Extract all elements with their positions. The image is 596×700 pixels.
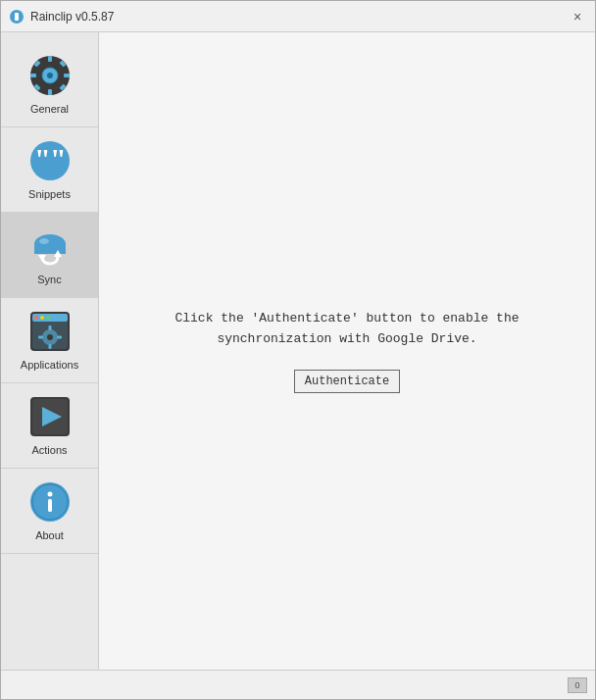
snippets-icon: " " (28, 139, 72, 182)
sidebar-item-snippets[interactable]: " " Snippets (1, 127, 98, 213)
sidebar-item-general-label: General (30, 103, 69, 115)
sync-icon (28, 225, 72, 268)
close-button[interactable]: × (568, 7, 587, 26)
bottom-bar: 0 (1, 670, 595, 699)
sidebar-item-general[interactable]: General (1, 42, 98, 127)
actions-icon (28, 395, 72, 438)
sync-description: Click the 'Authenticate' button to enabl… (171, 309, 523, 350)
sidebar: General " " Snippets (1, 32, 99, 670)
svg-rect-5 (48, 56, 52, 62)
window-title: Rainclip v0.5.87 (30, 10, 114, 24)
svg-text:": " (50, 142, 67, 175)
svg-rect-1 (15, 13, 19, 21)
svg-rect-34 (57, 336, 62, 339)
svg-rect-41 (48, 499, 52, 512)
svg-point-30 (47, 334, 53, 340)
sidebar-item-about[interactable]: About (1, 469, 98, 554)
sidebar-item-sync-label: Sync (37, 274, 61, 285)
svg-rect-7 (30, 74, 36, 77)
sidebar-item-applications-label: Applications (21, 359, 78, 371)
svg-rect-19 (34, 246, 66, 254)
sidebar-item-actions[interactable]: Actions (1, 383, 98, 469)
svg-point-28 (46, 316, 50, 320)
gear-icon (28, 54, 72, 97)
sidebar-item-sync[interactable]: Sync (1, 213, 98, 298)
title-bar: Rainclip v0.5.87 × (1, 1, 595, 32)
svg-point-26 (34, 316, 38, 320)
svg-point-40 (47, 492, 52, 497)
content-area: General " " Snippets (1, 32, 595, 670)
bottom-indicator: 0 (568, 677, 587, 693)
svg-rect-6 (48, 89, 52, 95)
svg-point-27 (40, 316, 44, 320)
authenticate-button[interactable]: Authenticate (294, 370, 400, 393)
svg-rect-32 (48, 344, 51, 349)
sidebar-item-actions-label: Actions (31, 444, 67, 456)
svg-rect-8 (64, 74, 70, 77)
applications-icon (28, 310, 72, 353)
main-panel: Click the 'Authenticate' button to enabl… (99, 32, 595, 670)
app-window: Rainclip v0.5.87 × (0, 0, 596, 700)
svg-rect-33 (38, 336, 43, 339)
svg-point-22 (39, 238, 49, 244)
sidebar-item-applications[interactable]: Applications (1, 298, 98, 383)
svg-rect-31 (48, 325, 51, 330)
app-icon (9, 9, 25, 25)
sidebar-item-snippets-label: Snippets (28, 188, 71, 200)
sidebar-item-about-label: About (35, 529, 64, 541)
title-bar-left: Rainclip v0.5.87 (9, 9, 114, 25)
svg-point-4 (47, 73, 53, 78)
about-icon (28, 480, 72, 524)
svg-text:": " (34, 142, 51, 175)
